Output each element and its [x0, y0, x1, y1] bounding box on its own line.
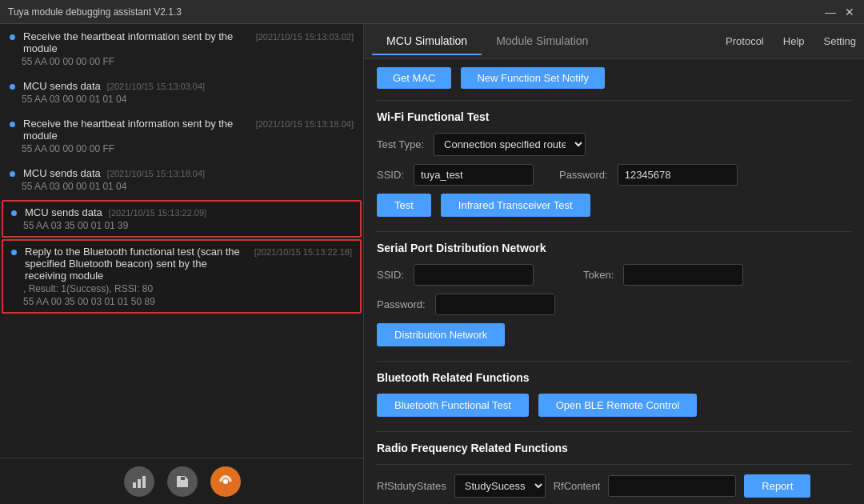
nav-protocol[interactable]: Protocol: [726, 35, 764, 47]
main-layout: Receive the heartbeat information sent b…: [0, 24, 864, 504]
bluetooth-section: Bluetooth Related Functions Bluetooth Fu…: [377, 361, 851, 417]
log-dot: [11, 210, 17, 216]
serial-ssid-label: SSID:: [377, 269, 404, 281]
wifi-password-input[interactable]: [618, 164, 738, 186]
rf-section-title: Radio Frequency Related Functions: [377, 431, 851, 454]
serial-ssid-token-row: SSID: Token:: [377, 264, 851, 286]
left-panel: Receive the heartbeat information sent b…: [0, 24, 364, 504]
serial-token-input[interactable]: [623, 264, 743, 286]
log-dot: [10, 122, 15, 127]
wifi-ssid-input[interactable]: [414, 164, 534, 186]
log-timestamp: [2021/10/15 15:13:18.04]: [256, 119, 354, 129]
serial-section: Serial Port Distribution Network SSID: T…: [377, 231, 851, 346]
log-item-log5: MCU sends data[2021/10/15 15:13:22.09]55…: [2, 200, 362, 238]
log-dot: [11, 250, 17, 255]
log-item-log6: Reply to the Bluetooth functional test (…: [2, 239, 362, 314]
test-type-label: Test Type:: [377, 138, 424, 150]
tab-mcu-simulation[interactable]: MCU Simulation: [372, 28, 482, 55]
log-data: , Result: 1(Success), RSSI: 80: [11, 283, 352, 294]
content-area: Get MAC New Function Set Notify Wi-Fi Fu…: [364, 59, 864, 504]
serial-buttons-row: Distribution Network: [377, 323, 851, 346]
log-item-log2: MCU sends data[2021/10/15 15:13:03.04]55…: [0, 74, 363, 111]
log-timestamp: [2021/10/15 15:13:22.18]: [254, 247, 352, 257]
log-dot: [10, 171, 15, 177]
log-dot: [10, 34, 15, 40]
log-timestamp: [2021/10/15 15:13:22.09]: [109, 208, 206, 218]
app-title: Tuya module debugging assistant V2.1.3: [8, 6, 182, 18]
svg-point-3: [223, 479, 228, 484]
save-button[interactable]: [167, 466, 198, 497]
distribution-network-button[interactable]: Distribution Network: [377, 323, 505, 346]
tab-bar: MCU Simulation Module Simulation Protoco…: [364, 24, 864, 59]
log-title: MCU sends data: [25, 206, 102, 218]
serial-section-title: Serial Port Distribution Network: [377, 231, 851, 254]
tab-module-simulation[interactable]: Module Simulation: [482, 28, 602, 55]
bar-chart-button[interactable]: [124, 466, 154, 497]
log-data: 55 AA 03 35 00 01 01 39: [11, 220, 352, 231]
rf-content-label: RfContent: [554, 480, 601, 492]
log-item-log4: MCU sends data[2021/10/15 15:13:18.04]55…: [0, 161, 363, 198]
bluetooth-section-title: Bluetooth Related Functions: [377, 361, 851, 384]
wifi-credentials-row: SSID: Password:: [377, 164, 851, 186]
log-timestamp: [2021/10/15 15:13:03.04]: [107, 82, 205, 91]
rf-content-input[interactable]: [608, 475, 736, 497]
test-type-select[interactable]: Connection specified route Direct connec…: [434, 133, 586, 156]
log-dot: [10, 84, 15, 90]
serial-password-label: Password:: [377, 298, 426, 310]
right-panel: MCU Simulation Module Simulation Protoco…: [364, 24, 864, 504]
log-title: MCU sends data: [23, 167, 101, 179]
bluetooth-buttons-row: Bluetooth Functional Test Open BLE Remot…: [377, 394, 851, 417]
get-mac-button[interactable]: Get MAC: [377, 67, 451, 89]
transmit-button[interactable]: [210, 466, 241, 497]
nav-menu: Protocol Help Setting: [726, 35, 856, 47]
top-actions: Get MAC New Function Set Notify: [377, 67, 851, 89]
svg-rect-1: [138, 479, 141, 488]
window-controls: — ✕: [824, 6, 856, 18]
log-title: Receive the heartbeat information sent b…: [23, 118, 250, 142]
log-title: MCU sends data: [23, 80, 101, 92]
bluetooth-functional-test-button[interactable]: Bluetooth Functional Test: [377, 394, 529, 417]
log-data: 55 AA 03 00 00 01 01 04: [10, 181, 354, 192]
serial-password-row: Password:: [377, 294, 851, 315]
wifi-ssid-label: SSID:: [377, 169, 404, 181]
log-timestamp: [2021/10/15 15:13:18.04]: [107, 169, 205, 178]
log-title: Reply to the Bluetooth functional test (…: [25, 246, 248, 282]
serial-password-input[interactable]: [435, 294, 555, 315]
title-bar: Tuya module debugging assistant V2.1.3 —…: [0, 0, 864, 24]
svg-rect-0: [133, 482, 136, 488]
bottom-toolbar: [0, 458, 364, 504]
wifi-test-type-row: Test Type: Connection specified route Di…: [377, 133, 851, 156]
log-data: 55 AA 00 35 00 03 01 01 50 89: [11, 296, 352, 307]
log-timestamp: [2021/10/15 15:13:03.02]: [256, 32, 354, 42]
rf-report-button[interactable]: Report: [744, 474, 810, 498]
rf-controls-row: RfStdutyStates StudySucess RfContent Rep…: [377, 464, 851, 498]
rf-states-label: RfStdutyStates: [377, 480, 446, 492]
rf-states-select[interactable]: StudySucess: [454, 474, 546, 498]
log-data: 55 AA 00 00 00 00 FF: [10, 143, 354, 154]
wifi-section: Wi-Fi Functional Test Test Type: Connect…: [377, 100, 851, 217]
log-data: 55 AA 00 00 00 00 FF: [10, 56, 354, 67]
log-title: Receive the heartbeat information sent b…: [23, 30, 250, 54]
wifi-buttons-row: Test Infrared Transceiver Test: [377, 194, 851, 217]
ble-remote-button[interactable]: Open BLE Remote Control: [538, 394, 698, 417]
log-item-log1: Receive the heartbeat information sent b…: [0, 24, 363, 74]
infrared-test-button[interactable]: Infrared Transceiver Test: [441, 194, 590, 217]
wifi-password-label: Password:: [559, 169, 608, 181]
close-button[interactable]: ✕: [843, 6, 856, 18]
serial-ssid-input[interactable]: [414, 264, 534, 286]
log-item-log3: Receive the heartbeat information sent b…: [0, 111, 363, 161]
wifi-section-title: Wi-Fi Functional Test: [377, 100, 851, 123]
new-function-button[interactable]: New Function Set Notify: [461, 67, 604, 89]
serial-token-label: Token:: [583, 269, 614, 281]
svg-rect-2: [142, 476, 146, 488]
minimize-button[interactable]: —: [824, 6, 837, 18]
wifi-test-button[interactable]: Test: [377, 194, 431, 217]
nav-help[interactable]: Help: [783, 35, 805, 47]
log-data: 55 AA 03 00 00 01 01 04: [10, 94, 354, 105]
nav-setting[interactable]: Setting: [824, 35, 856, 47]
log-container: Receive the heartbeat information sent b…: [0, 24, 363, 314]
rf-section: Radio Frequency Related Functions RfStdu…: [377, 431, 851, 498]
